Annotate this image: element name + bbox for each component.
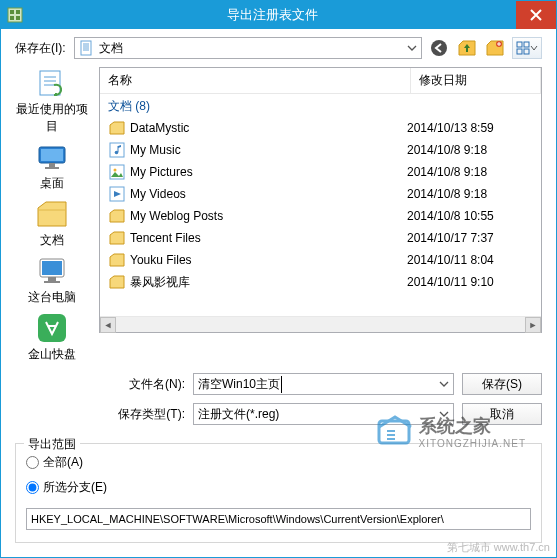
sidebar-item-label: 文档 [40,232,64,249]
svg-rect-11 [524,49,529,54]
file-name: DataMystic [130,121,407,135]
sidebar-item-recent[interactable]: 最近使用的项目 [15,67,89,135]
file-date: 2014/10/17 7:37 [407,231,533,245]
close-button[interactable] [516,1,556,29]
videofolder-icon [108,185,126,203]
horizontal-scrollbar[interactable]: ◄ ► [100,316,541,332]
svg-rect-21 [38,314,66,342]
svg-rect-19 [48,277,56,281]
radio-selected-branch-label: 所选分支(E) [43,479,107,496]
file-name-label: 文件名(N): [113,376,185,393]
file-name: 暴风影视库 [130,274,407,291]
save-type-combo[interactable]: 注册文件(*.reg) [193,403,454,425]
column-name-header[interactable]: 名称 [100,68,411,93]
folder-icon [108,273,126,291]
window-title: 导出注册表文件 [29,6,516,24]
svg-rect-4 [16,16,20,20]
file-date: 2014/10/11 8:04 [407,253,533,267]
file-name: My Weblog Posts [130,209,407,223]
recent-icon [36,67,68,99]
svg-rect-10 [517,49,522,54]
picfolder-icon [108,163,126,181]
branch-path-input[interactable] [26,508,531,530]
radio-all-label: 全部(A) [43,454,83,471]
back-button[interactable] [428,37,450,59]
svg-point-23 [115,151,119,155]
svg-point-6 [431,40,447,56]
jinshan-icon [36,312,68,344]
file-date: 2014/10/8 9:18 [407,187,533,201]
file-row[interactable]: DataMystic2014/10/13 8:59 [100,117,541,139]
sidebar-item-label: 金山快盘 [28,346,76,363]
file-row[interactable]: My Music2014/10/8 9:18 [100,139,541,161]
file-name-input[interactable]: 清空Win10主页 [193,373,454,395]
file-date: 2014/10/13 8:59 [407,121,533,135]
chevron-down-icon [530,44,538,52]
svg-rect-3 [10,16,14,20]
folder-icon [108,251,126,269]
save-in-label: 保存在(I): [15,40,66,57]
app-icon [1,7,29,23]
new-folder-button[interactable] [484,37,506,59]
desktop-icon [36,141,68,173]
scroll-right-button[interactable]: ► [525,317,541,333]
cancel-button[interactable]: 取消 [462,403,542,425]
document-icon [79,40,95,56]
sidebar-item-desktop[interactable]: 桌面 [36,141,68,192]
folder-icon [108,207,126,225]
file-row[interactable]: Youku Files2014/10/11 8:04 [100,249,541,271]
file-name: My Music [130,143,407,157]
svg-rect-18 [42,261,62,275]
radio-selected-branch[interactable] [26,481,39,494]
sidebar-item-label: 最近使用的项目 [15,101,89,135]
svg-rect-16 [45,167,59,169]
sidebar-item-documents[interactable]: 文档 [36,198,68,249]
file-row[interactable]: 暴风影视库2014/10/11 9:10 [100,271,541,293]
save-in-value: 文档 [99,40,123,57]
thispc-icon [36,255,68,287]
radio-all[interactable] [26,456,39,469]
file-row[interactable]: My Videos2014/10/8 9:18 [100,183,541,205]
svg-rect-8 [517,42,522,47]
file-category: 文档 (8) [100,94,541,117]
file-date: 2014/10/8 9:18 [407,143,533,157]
column-date-header[interactable]: 修改日期 [411,68,541,93]
file-row[interactable]: My Weblog Posts2014/10/8 10:55 [100,205,541,227]
documents-icon [36,198,68,230]
file-date: 2014/10/11 9:10 [407,275,533,289]
sidebar-item-jinshan[interactable]: 金山快盘 [28,312,76,363]
svg-rect-12 [40,71,60,95]
svg-rect-14 [41,149,63,161]
svg-rect-20 [44,281,60,283]
file-row[interactable]: Tencent Files2014/10/17 7:37 [100,227,541,249]
svg-rect-22 [110,143,124,157]
svg-rect-9 [524,42,529,47]
save-in-combo[interactable]: 文档 [74,37,422,59]
scroll-left-button[interactable]: ◄ [100,317,116,333]
export-range-legend: 导出范围 [24,436,80,453]
file-name: Tencent Files [130,231,407,245]
sidebar-item-label: 桌面 [40,175,64,192]
chevron-down-icon [439,381,449,387]
musicfolder-icon [108,141,126,159]
view-menu-button[interactable] [512,37,542,59]
svg-rect-15 [49,163,55,167]
save-type-label: 保存类型(T): [113,406,185,423]
file-date: 2014/10/8 9:18 [407,165,533,179]
svg-rect-1 [10,10,14,14]
svg-point-25 [114,169,117,172]
file-name: My Pictures [130,165,407,179]
chevron-down-icon [439,411,449,417]
folder-icon [108,119,126,137]
file-name: Youku Files [130,253,407,267]
chevron-down-icon [407,45,417,51]
file-name: My Videos [130,187,407,201]
folder-icon [108,229,126,247]
sidebar-item-thispc[interactable]: 这台电脑 [28,255,76,306]
save-button[interactable]: 保存(S) [462,373,542,395]
file-date: 2014/10/8 10:55 [407,209,533,223]
file-row[interactable]: My Pictures2014/10/8 9:18 [100,161,541,183]
sidebar-item-label: 这台电脑 [28,289,76,306]
up-one-level-button[interactable] [456,37,478,59]
svg-rect-2 [16,10,20,14]
